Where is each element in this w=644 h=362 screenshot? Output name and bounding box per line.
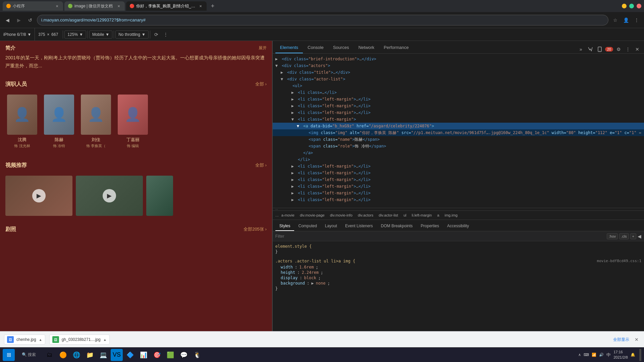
dom-line-20[interactable]: ▶ <li class="left-margin">…</li>: [273, 183, 644, 190]
tab-xiaochengxu[interactable]: 🟠 小程序 ✕: [3, 1, 63, 11]
filter-cls-button[interactable]: .cls: [619, 233, 629, 239]
dom-line-11[interactable]: ▼ <a data-bid="b_hxG9z" href="/asgard/ce…: [273, 123, 644, 129]
dom-triangle-20[interactable]: ▶: [291, 183, 296, 189]
taskbar-orange[interactable]: 🟠: [57, 349, 69, 361]
dom-triangle-8[interactable]: ▶: [291, 103, 296, 109]
tray-keyboard-icon[interactable]: ⌨: [584, 353, 589, 357]
close-button[interactable]: [637, 4, 641, 8]
dom-triangle-18[interactable]: ▶: [291, 170, 296, 176]
show-desktop-button[interactable]: [639, 349, 641, 361]
bookmark-button[interactable]: ☆: [610, 15, 620, 25]
dom-line-2[interactable]: ▼ <div class="actors">: [273, 62, 644, 69]
breadcrumb-img[interactable]: img.img: [443, 213, 459, 218]
more-button[interactable]: ⋮: [632, 15, 641, 25]
taskbar-red[interactable]: 🎯: [151, 349, 163, 361]
show-all-downloads[interactable]: 全部显示: [613, 337, 629, 343]
back-button[interactable]: ◀: [3, 15, 12, 25]
download-arrow-2[interactable]: ▲: [103, 338, 107, 342]
dom-triangle-1[interactable]: ▶: [275, 56, 279, 62]
dom-line-7[interactable]: ▶ <li class="left-margin">…</li>: [273, 96, 644, 103]
taskbar-chrome[interactable]: 🌐: [70, 349, 83, 361]
dom-triangle-7[interactable]: ▶: [291, 96, 296, 102]
start-button[interactable]: ⊞: [3, 349, 15, 361]
video-thumb-3[interactable]: [146, 176, 173, 216]
play-button-1[interactable]: ▶: [32, 189, 46, 202]
dom-line-1[interactable]: ▶ <div class="brief-introduction">…</div…: [273, 56, 644, 62]
maximize-button[interactable]: [629, 4, 634, 8]
styles-tab-layout[interactable]: Layout: [321, 222, 341, 231]
tab-console[interactable]: Console: [303, 42, 328, 53]
breadcrumb-actors[interactable]: div.actors: [357, 213, 375, 218]
dom-triangle-21[interactable]: ▶: [291, 190, 296, 196]
reload-button[interactable]: ↺: [25, 15, 35, 25]
tray-chinese-ime[interactable]: 中: [606, 352, 611, 358]
rotate-icon[interactable]: ⟳: [152, 30, 161, 39]
close-download-bar[interactable]: ✕: [633, 336, 640, 343]
breadcrumb-actor-list[interactable]: div.actor-list: [377, 213, 399, 218]
throttle-selector[interactable]: No throttling ▼: [115, 31, 149, 39]
new-tab-button[interactable]: +: [208, 1, 217, 11]
tab-performance[interactable]: Performance: [379, 42, 413, 53]
address-bar[interactable]: i.maoyan.com/asgard/movie/1299372?$from=…: [37, 15, 608, 25]
taskbar-excel[interactable]: 📊: [138, 349, 150, 361]
download-arrow-1[interactable]: ▲: [39, 338, 42, 342]
tray-time[interactable]: 17:162021/2/8: [613, 350, 628, 360]
devtools-more-icon[interactable]: ⋮: [624, 45, 632, 53]
tray-hide-icon[interactable]: ∧: [578, 353, 581, 357]
mobile-selector[interactable]: Mobile ▼: [89, 31, 112, 39]
breadcrumb-movie-page[interactable]: div.movie-page: [299, 213, 326, 218]
taskbar-task-view[interactable]: 🗂: [44, 349, 56, 361]
dom-line-21[interactable]: ▶ <li class="left-margin">…</li>: [273, 190, 644, 196]
dom-triangle-3[interactable]: ▶: [281, 69, 285, 75]
dom-line-16[interactable]: </li>: [273, 156, 644, 163]
breadcrumb-a-movie[interactable]: a-movie: [280, 213, 296, 218]
breadcrumb-ul[interactable]: ul: [402, 213, 408, 218]
filter-hov-button[interactable]: :hov: [607, 233, 618, 239]
more-tabs-icon[interactable]: »: [577, 45, 585, 53]
dom-triangle-9[interactable]: ▶: [291, 110, 296, 116]
device-toggle-icon[interactable]: [596, 45, 604, 53]
dom-triangle-22[interactable]: ▶: [291, 197, 296, 203]
breadcrumb-movie-info[interactable]: div.movie-info: [329, 213, 354, 218]
dom-triangle-17[interactable]: ▶: [291, 163, 296, 169]
dom-line-6[interactable]: ▶ <li class=…</li>: [273, 89, 644, 96]
minimize-button[interactable]: [622, 4, 627, 8]
cast-item-2[interactable]: 👤 陈赫 饰 冷特: [42, 95, 76, 148]
dom-line-5[interactable]: <ul>: [273, 82, 644, 89]
taskbar-search[interactable]: 🔍 搜索: [15, 349, 42, 361]
taskbar-terminal[interactable]: 💻: [97, 349, 109, 361]
dom-triangle-4[interactable]: ▼: [281, 76, 285, 82]
video-thumb-2[interactable]: ▶: [76, 176, 143, 216]
filter-collapse-button[interactable]: ◀: [638, 234, 641, 239]
dom-line-10[interactable]: ▼ <li class="left-margin">: [273, 116, 644, 123]
cast-all-link[interactable]: 全部 ›: [255, 81, 267, 87]
settings-icon[interactable]: ⚙: [614, 45, 623, 53]
synopsis-expand-button[interactable]: 展开: [259, 45, 267, 51]
more-toolbar-button[interactable]: ⋮: [161, 30, 170, 39]
dom-line-19[interactable]: ▶ <li class="left-margin">…</li>: [273, 176, 644, 183]
stills-all-link[interactable]: 全部205张 ›: [244, 226, 267, 232]
dom-line-3[interactable]: ▶ <div class="title">…</div>: [273, 69, 644, 76]
dom-line-12[interactable]: <img class="img" alt="你好，李焕英 陈赫" src="//…: [273, 129, 644, 136]
filter-input[interactable]: [275, 234, 605, 239]
rule-source-2[interactable]: movie-bdf8cd49.css:1: [597, 259, 641, 264]
devtools-close-icon[interactable]: ✕: [633, 45, 641, 53]
dom-line-22[interactable]: ▶ <li class="left-margin">…</li>: [273, 196, 644, 203]
download-item-2[interactable]: 🖼 gh_030238b271....jpg ▲: [49, 335, 110, 345]
inspect-element-icon[interactable]: [586, 45, 594, 53]
tab-close-2[interactable]: ✕: [116, 3, 121, 9]
video-thumb-1[interactable]: ▶: [5, 176, 72, 216]
styles-tab-event-listeners[interactable]: Event Listeners: [341, 222, 377, 231]
tab-sources[interactable]: Sources: [328, 42, 354, 53]
tab-elements[interactable]: Elements: [275, 42, 303, 53]
dom-triangle-19[interactable]: ▶: [291, 177, 296, 183]
profile-button[interactable]: 👤: [621, 15, 631, 25]
dom-line-14[interactable]: <span class="role">饰 冷特</span>: [273, 143, 644, 149]
styles-tab-properties[interactable]: Properties: [417, 222, 443, 231]
taskbar-chat[interactable]: 💬: [178, 349, 190, 361]
tab-close-3[interactable]: ✕: [198, 3, 203, 9]
taskbar-green[interactable]: 🟩: [164, 349, 176, 361]
device-selector[interactable]: iPhone 6/7/8 ▼: [0, 28, 35, 41]
dom-triangle-2[interactable]: ▼: [275, 63, 279, 69]
zoom-selector[interactable]: 125% ▼: [64, 31, 86, 39]
